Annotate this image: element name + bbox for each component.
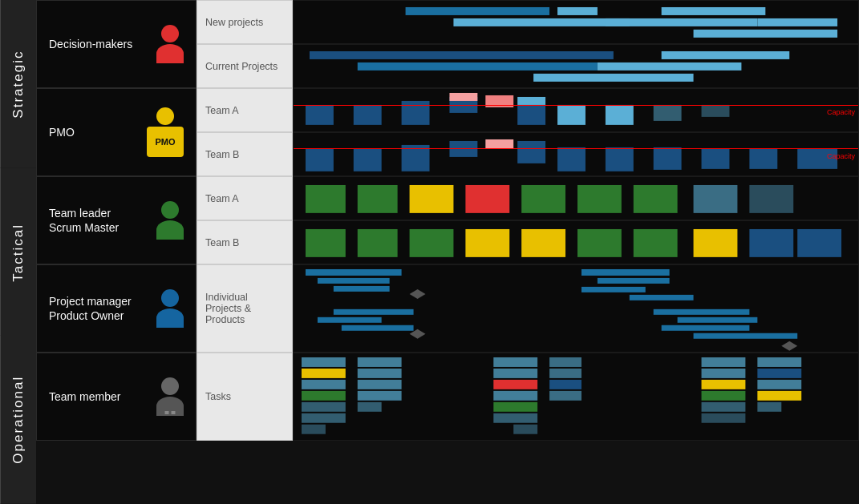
mid-label-individual-projects: Individual Projects & Products	[197, 264, 293, 353]
svg-rect-27	[449, 141, 477, 157]
chart-team-a-tactical	[293, 176, 859, 220]
svg-rect-72	[302, 357, 346, 367]
capacity-label-team-b: Capacity	[827, 152, 855, 160]
svg-rect-24	[306, 149, 334, 171]
svg-rect-101	[757, 357, 801, 367]
chart-team-b-strategic: Capacity	[293, 132, 859, 176]
svg-rect-76	[302, 402, 346, 412]
svg-rect-13	[354, 105, 382, 125]
card-pmo: PMO PMO	[36, 88, 197, 176]
svg-rect-38	[410, 185, 454, 213]
svg-rect-20	[557, 105, 585, 125]
decision-makers-icon	[156, 25, 184, 63]
svg-rect-55	[306, 269, 402, 276]
svg-rect-9	[533, 74, 693, 82]
project-manager-icon	[156, 289, 184, 328]
svg-rect-29	[517, 141, 545, 163]
svg-rect-90	[513, 425, 537, 434]
svg-rect-30	[557, 147, 585, 171]
svg-rect-74	[302, 380, 346, 389]
svg-rect-10	[598, 62, 741, 71]
svg-rect-7	[310, 51, 614, 59]
svg-rect-66	[654, 309, 750, 315]
svg-rect-88	[493, 402, 537, 412]
team-leader-icon	[156, 201, 184, 240]
side-label-strategic: Strategic	[0, 0, 36, 168]
svg-rect-57	[334, 286, 390, 292]
svg-rect-91	[549, 357, 581, 367]
svg-rect-65	[342, 325, 414, 331]
svg-rect-0	[406, 7, 549, 15]
mid-label-team-a-tactical: Team A	[197, 176, 293, 220]
card-project-manager: Project managerProduct Owner	[36, 264, 197, 353]
mid-label-tasks: Tasks	[197, 353, 293, 441]
svg-rect-99	[702, 402, 746, 412]
svg-rect-85	[493, 369, 537, 378]
svg-rect-64	[318, 317, 382, 323]
card-team-leader-title: Team leaderScrum Master	[49, 206, 119, 235]
chart-team-a-strategic: Capacity	[293, 88, 859, 132]
svg-rect-83	[358, 402, 382, 412]
svg-rect-48	[465, 229, 509, 257]
svg-rect-23	[702, 105, 730, 117]
chart-new-projects	[293, 0, 859, 44]
svg-rect-81	[358, 380, 402, 389]
svg-rect-80	[358, 369, 402, 378]
svg-rect-33	[702, 149, 730, 169]
chart-tasks	[293, 353, 859, 441]
svg-rect-103	[757, 380, 801, 389]
svg-rect-43	[694, 185, 738, 213]
svg-rect-16	[449, 93, 477, 101]
card-decision-makers: Decision-makers	[36, 0, 197, 88]
pmo-icon: PMO	[147, 107, 184, 157]
svg-rect-40	[521, 185, 565, 213]
svg-rect-8	[358, 62, 598, 71]
svg-rect-94	[549, 391, 581, 401]
svg-rect-96	[702, 369, 746, 378]
svg-rect-97	[702, 380, 746, 389]
svg-rect-102	[757, 369, 801, 378]
svg-rect-54	[797, 229, 841, 257]
svg-rect-47	[410, 229, 454, 257]
svg-rect-68	[662, 325, 750, 331]
capacity-label-team-a: Capacity	[827, 108, 855, 116]
card-team-member-title: Team member	[49, 389, 120, 404]
svg-rect-59	[581, 269, 670, 276]
svg-rect-31	[606, 147, 634, 171]
svg-rect-100	[702, 413, 746, 423]
svg-rect-44	[749, 185, 793, 213]
svg-rect-67	[678, 317, 758, 323]
svg-rect-82	[358, 391, 402, 401]
svg-rect-36	[306, 185, 346, 213]
svg-rect-86	[493, 380, 537, 389]
chart-current-projects	[293, 44, 859, 88]
svg-rect-42	[634, 185, 678, 213]
mid-label-current-projects: Current Projects	[197, 44, 293, 88]
card-decision-makers-title: Decision-makers	[49, 37, 132, 51]
svg-rect-39	[465, 185, 509, 213]
svg-rect-73	[302, 369, 346, 378]
team-member-icon	[156, 377, 184, 416]
svg-rect-41	[577, 185, 622, 213]
svg-rect-77	[302, 413, 346, 423]
svg-marker-71	[781, 341, 797, 351]
svg-rect-25	[354, 149, 382, 171]
svg-rect-87	[493, 391, 537, 401]
svg-marker-58	[410, 289, 426, 299]
svg-rect-92	[549, 369, 581, 378]
svg-rect-2	[557, 7, 598, 15]
svg-rect-22	[654, 105, 682, 121]
svg-rect-6	[757, 18, 837, 26]
side-label-operational: Operational	[0, 336, 36, 504]
svg-rect-37	[358, 185, 398, 213]
svg-rect-4	[694, 30, 837, 38]
svg-rect-46	[358, 229, 398, 257]
svg-rect-26	[402, 145, 430, 171]
svg-rect-104	[757, 391, 801, 401]
svg-rect-98	[702, 391, 746, 401]
side-label-tactical: Tactical	[0, 168, 36, 337]
svg-rect-12	[306, 105, 334, 125]
svg-rect-61	[581, 287, 646, 292]
svg-rect-56	[318, 278, 390, 284]
mid-label-team-b-tactical: Team B	[197, 220, 293, 264]
